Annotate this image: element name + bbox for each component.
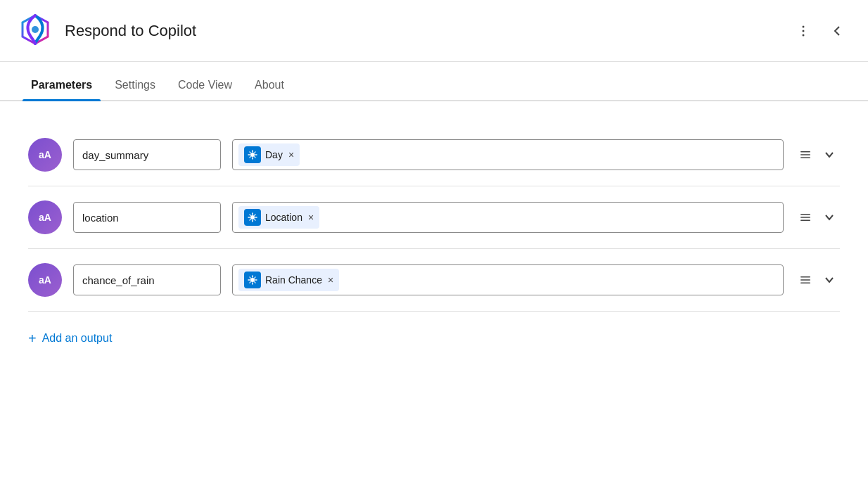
more-vertical-icon: [796, 24, 810, 38]
tab-about[interactable]: About: [246, 79, 293, 100]
svg-rect-25: [800, 214, 810, 215]
sun-icon: [248, 150, 257, 160]
row-expand-button-location[interactable]: [819, 207, 840, 228]
param-name-text: location: [82, 212, 119, 224]
avatar-chance-of-rain: aA: [28, 263, 62, 297]
chevron-down-icon: [823, 148, 836, 161]
value-tag-close-rain-chance[interactable]: ×: [328, 275, 333, 285]
row-menu-button-location[interactable]: [795, 207, 816, 228]
svg-rect-38: [800, 279, 810, 281]
more-options-button[interactable]: [789, 17, 817, 45]
param-row-day-summary: aA day_summary: [28, 124, 840, 186]
chevron-down-icon: [823, 274, 836, 286]
header-left: Respond to Copilot: [17, 11, 196, 51]
parameters-content: aA day_summary: [0, 101, 868, 371]
hamburger-icon: [799, 148, 812, 161]
value-tag-text-rain-chance: Rain Chance: [265, 274, 322, 286]
svg-line-36: [250, 282, 250, 283]
svg-line-10: [255, 157, 255, 158]
param-name-day-summary: day_summary: [73, 139, 221, 170]
value-tag-location: Location ×: [238, 206, 319, 229]
avatar-label: aA: [39, 149, 51, 160]
svg-rect-15: [800, 158, 810, 159]
value-tag-text-day: Day: [265, 149, 283, 160]
svg-point-16: [250, 215, 255, 219]
param-value-day-summary[interactable]: Day ×: [232, 139, 784, 170]
param-row-location: aA location: [28, 186, 840, 249]
tab-bar: Parameters Settings Code View About: [0, 62, 868, 101]
hamburger-icon: [799, 211, 812, 224]
avatar-label: aA: [39, 212, 51, 223]
value-tag-icon-day: [244, 146, 261, 163]
value-tag-text-location: Location: [265, 212, 302, 223]
row-expand-button-rain[interactable]: [819, 269, 840, 290]
svg-rect-13: [800, 151, 810, 153]
avatar-label: aA: [39, 274, 51, 286]
value-tag-close-day[interactable]: ×: [288, 150, 294, 160]
tab-code-view[interactable]: Code View: [170, 79, 241, 100]
param-name-text: day_summary: [82, 149, 148, 161]
svg-rect-26: [800, 217, 810, 218]
svg-rect-27: [800, 220, 810, 222]
avatar-day-summary: aA: [28, 138, 62, 172]
svg-point-0: [32, 26, 39, 33]
value-tag-close-location[interactable]: ×: [308, 212, 314, 222]
svg-line-11: [255, 152, 255, 153]
svg-rect-14: [800, 154, 810, 155]
avatar-location: aA: [28, 200, 62, 234]
tab-parameters[interactable]: Parameters: [23, 79, 101, 100]
value-tag-icon-rain-chance: [244, 272, 261, 288]
svg-point-1: [803, 25, 805, 27]
param-name-chance-of-rain: chance_of_rain: [73, 264, 221, 295]
add-output-button[interactable]: + Add an output: [28, 328, 112, 348]
svg-point-2: [803, 30, 805, 32]
row-expand-button-day[interactable]: [819, 144, 840, 165]
plus-icon: +: [28, 331, 37, 345]
app-title: Respond to Copilot: [65, 22, 196, 40]
svg-line-23: [255, 215, 255, 215]
svg-line-9: [250, 152, 250, 153]
value-tag-icon-location: [244, 209, 261, 226]
collapse-button[interactable]: [823, 17, 851, 45]
hamburger-icon: [799, 274, 812, 286]
svg-line-12: [250, 157, 250, 158]
svg-rect-37: [800, 276, 810, 278]
row-actions-chance-of-rain: [795, 269, 840, 290]
param-name-text: chance_of_rain: [82, 274, 155, 286]
svg-line-35: [255, 277, 255, 278]
svg-point-4: [250, 153, 255, 157]
svg-point-3: [803, 34, 805, 36]
svg-line-33: [250, 277, 250, 278]
svg-rect-39: [800, 283, 810, 284]
param-row-chance-of-rain: aA chance_of_rain: [28, 249, 840, 312]
sun-icon: [248, 275, 257, 285]
header-actions: [789, 17, 851, 45]
chevron-down-icon: [823, 211, 836, 224]
row-actions-location: [795, 207, 840, 228]
svg-line-21: [250, 215, 250, 215]
svg-line-34: [255, 282, 255, 283]
app-logo-icon: [17, 11, 53, 51]
param-name-location: location: [73, 202, 221, 233]
svg-line-24: [250, 219, 250, 220]
add-output-label: Add an output: [42, 332, 113, 345]
value-tag-day: Day ×: [238, 143, 300, 166]
value-tag-rain-chance: Rain Chance ×: [238, 269, 339, 291]
chevron-left-icon: [830, 24, 844, 38]
row-menu-button-rain[interactable]: [795, 269, 816, 290]
tab-settings[interactable]: Settings: [106, 79, 164, 100]
sun-icon: [248, 212, 257, 222]
header: Respond to Copilot: [0, 0, 868, 62]
svg-line-22: [255, 219, 255, 220]
param-value-chance-of-rain[interactable]: Rain Chance ×: [232, 264, 784, 295]
svg-point-28: [250, 278, 255, 282]
row-menu-button-day[interactable]: [795, 144, 816, 165]
row-actions-day-summary: [795, 144, 840, 165]
param-value-location[interactable]: Location ×: [232, 202, 784, 233]
